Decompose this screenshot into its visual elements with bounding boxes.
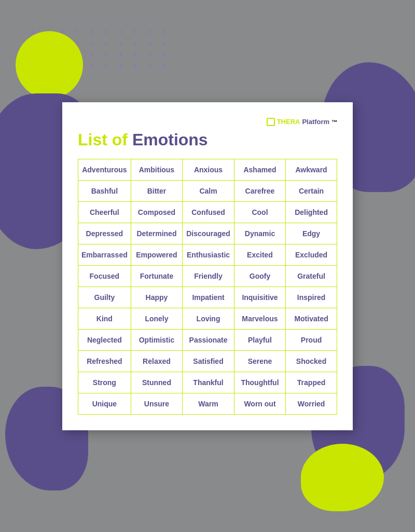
table-row: DepressedDeterminedDiscouragedDynamicEdg… [78,223,337,244]
emotion-cell: Bitter [131,180,182,201]
emotion-cell: Depressed [78,223,131,244]
emotion-cell: Thankful [183,372,234,393]
emotion-cell: Bashful [78,180,131,201]
table-row: CheerfulComposedConfusedCoolDelighted [78,201,337,223]
table-row: StrongStunnedThankfulThoughtfulTrapped [78,372,337,393]
decorative-blob-green-bottom [301,444,384,511]
emotion-cell: Cool [234,201,285,223]
table-row: GuiltyHappyImpatientInquisitiveInspired [78,287,337,308]
emotion-cell: Excited [234,244,285,265]
emotion-cell: Adventurous [78,159,131,180]
table-row: RefreshedRelaxedSatisfiedSereneShocked [78,350,337,372]
table-row: KindLonelyLovingMarvelousMotivated [78,308,337,329]
emotion-cell: Relaxed [131,350,182,372]
logo: THERAPlatform™ [267,118,337,126]
emotion-cell: Goofy [234,265,285,287]
table-row: AdventurousAmbitiousAnxiousAshamedAwkwar… [78,159,337,180]
emotion-cell: Lonely [131,308,182,329]
emotions-table: AdventurousAmbitiousAnxiousAshamedAwkwar… [78,159,337,415]
emotion-cell: Kind [78,308,131,329]
emotion-cell: Certain [286,180,337,201]
logo-area: THERAPlatform™ [78,118,337,126]
emotion-cell: Stunned [131,372,182,393]
emotion-cell: Satisfied [183,350,234,372]
emotion-cell: Optimistic [131,329,182,350]
title-emotions: Emotions [132,130,208,149]
emotion-cell: Worried [286,393,337,414]
emotion-cell: Worn out [234,393,285,414]
emotion-cell: Awkward [286,159,337,180]
emotion-cell: Ashamed [234,159,285,180]
emotion-cell: Cheerful [78,201,131,223]
emotion-cell: Embarrassed [78,244,131,265]
table-row: BashfulBitterCalmCarefreeCertain [78,180,337,201]
emotion-cell: Guilty [78,287,131,308]
emotion-cell: Thoughtful [234,372,285,393]
main-card: THERAPlatform™ List of Emotions Adventur… [62,102,353,430]
emotion-cell: Anxious [183,159,234,180]
emotion-cell: Motivated [286,308,337,329]
emotion-cell: Empowered [131,244,182,265]
emotion-cell: Focused [78,265,131,287]
emotion-cell: Composed [131,201,182,223]
emotion-cell: Calm [183,180,234,201]
emotion-cell: Trapped [286,372,337,393]
table-row: EmbarrassedEmpoweredEnthusiasticExcitedE… [78,244,337,265]
emotion-cell: Happy [131,287,182,308]
emotion-cell: Shocked [286,350,337,372]
emotion-cell: Delighted [286,201,337,223]
emotion-cell: Ambitious [131,159,182,180]
title-of: List of [78,130,128,149]
emotion-cell: Inquisitive [234,287,285,308]
emotion-cell: Impatient [183,287,234,308]
emotion-cell: Inspired [286,287,337,308]
emotion-cell: Loving [183,308,234,329]
emotion-cell: Unique [78,393,131,414]
emotion-cell: Warm [183,393,234,414]
emotion-cell: Neglected [78,329,131,350]
table-row: FocusedFortunateFriendlyGoofyGrateful [78,265,337,287]
emotion-cell: Carefree [234,180,285,201]
emotion-cell: Proud [286,329,337,350]
emotion-cell: Excluded [286,244,337,265]
emotion-cell: Enthusiastic [183,244,234,265]
emotion-cell: Passionate [183,329,234,350]
emotion-cell: Determined [131,223,182,244]
emotion-cell: Serene [234,350,285,372]
emotion-cell: Friendly [183,265,234,287]
logo-trademark: ™ [331,119,337,125]
logo-thera-text: THERA [277,118,300,126]
emotion-cell: Refreshed [78,350,131,372]
emotion-cell: Dynamic [234,223,285,244]
emotion-cell: Edgy [286,223,337,244]
emotion-cell: Playful [234,329,285,350]
emotion-cell: Fortunate [131,265,182,287]
decorative-blob-green-top [16,31,83,99]
emotion-cell: Grateful [286,265,337,287]
emotion-cell: Unsure [131,393,182,414]
page-title: List of Emotions [78,130,337,149]
emotion-cell: Discouraged [183,223,234,244]
emotion-cell: Confused [183,201,234,223]
table-row: NeglectedOptimisticPassionatePlayfulProu… [78,329,337,350]
logo-icon [267,118,275,126]
emotion-cell: Marvelous [234,308,285,329]
table-row: UniqueUnsureWarmWorn outWorried [78,393,337,414]
logo-platform-text: Platform [302,118,329,126]
emotion-cell: Strong [78,372,131,393]
